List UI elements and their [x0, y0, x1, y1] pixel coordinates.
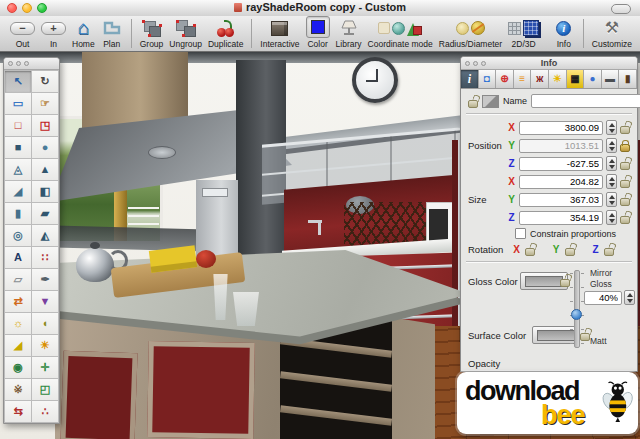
- tab-icon: ▮: [625, 74, 631, 84]
- size-y-input[interactable]: [519, 193, 603, 207]
- toolbar-button-coordinate-mode[interactable]: Coordinate mode: [365, 18, 436, 49]
- unlock-icon[interactable]: [565, 248, 575, 256]
- unlock-icon[interactable]: [620, 162, 630, 170]
- nodes-tool[interactable]: ∴: [32, 401, 58, 422]
- toolbar-button-zoom-in[interactable]: + In: [38, 18, 69, 49]
- info-tab[interactable]: i: [461, 70, 479, 88]
- unlock-icon[interactable]: [620, 180, 630, 188]
- unlock-icon[interactable]: [468, 100, 478, 108]
- size-group: Size X Y Z: [468, 174, 630, 225]
- position-z-input[interactable]: [519, 157, 603, 171]
- toolbar-button-2d-3d[interactable]: 2D/3D: [505, 18, 542, 49]
- flood-light-tool[interactable]: ◢: [5, 335, 31, 356]
- toolbar-button-interactive[interactable]: Interactive: [257, 18, 302, 49]
- rotate-tool[interactable]: ↻: [32, 71, 58, 92]
- toolbar-button-group[interactable]: Group: [137, 18, 167, 49]
- surface-tool[interactable]: ▱: [5, 269, 31, 290]
- select-tool[interactable]: ↖: [5, 71, 31, 92]
- lathe-tool[interactable]: ◭: [32, 225, 58, 246]
- toolbar-button-info[interactable]: i Info: [550, 18, 578, 49]
- divider: [466, 113, 632, 115]
- toolbar-button-home[interactable]: ⌂ Home: [69, 18, 98, 49]
- wedge-tool[interactable]: ◢: [5, 181, 31, 202]
- toolbar-button-color[interactable]: Color: [303, 16, 333, 49]
- globe-tool[interactable]: ◉: [5, 357, 31, 378]
- size-x-stepper[interactable]: [606, 174, 617, 189]
- lock-icon[interactable]: [620, 144, 630, 152]
- sun-light-tool[interactable]: ☀: [32, 335, 58, 356]
- oven-unit: [196, 180, 238, 258]
- size-y-stepper[interactable]: [606, 192, 617, 207]
- gloss-percent-input[interactable]: [584, 291, 622, 305]
- tool-icon: ※: [13, 384, 22, 395]
- tool-icon: ▮: [15, 208, 21, 219]
- bulb-light-tool[interactable]: ☼: [5, 313, 31, 334]
- toolbar-toggle-button[interactable]: [611, 4, 631, 14]
- size-x-input[interactable]: [519, 175, 603, 189]
- corner-room-tool[interactable]: ◳: [32, 115, 58, 136]
- crosshair-tab[interactable]: ⊕: [496, 70, 514, 88]
- sphere-tab[interactable]: ●: [584, 70, 602, 88]
- camcorder-tab[interactable]: ▬: [602, 70, 620, 88]
- door-tab[interactable]: ▮: [619, 70, 637, 88]
- object-color-swatch[interactable]: [482, 95, 499, 108]
- walk-tool[interactable]: ※: [5, 379, 31, 400]
- checkerboard-tab[interactable]: ▦: [567, 70, 585, 88]
- box-tool[interactable]: ■: [5, 137, 31, 158]
- gloss-slider-thumb[interactable]: [571, 309, 582, 320]
- eyedropper-tool[interactable]: ✒: [32, 269, 58, 290]
- position-x-input[interactable]: [519, 121, 603, 135]
- camera-tab[interactable]: ◘: [479, 70, 497, 88]
- position-z-stepper[interactable]: [606, 156, 617, 171]
- unlock-icon[interactable]: [525, 248, 535, 256]
- name-input[interactable]: [531, 94, 640, 108]
- constrain-checkbox[interactable]: [515, 228, 526, 239]
- tube-tool[interactable]: ▰: [32, 203, 58, 224]
- move-object-tool[interactable]: ⇄: [5, 291, 31, 312]
- unlock-icon[interactable]: [604, 248, 614, 256]
- toolbar-button-customize[interactable]: ⚒ Customize: [589, 18, 635, 49]
- marquee-tool[interactable]: ▭: [5, 93, 31, 114]
- zoom-extents-tool[interactable]: ◰: [32, 379, 58, 400]
- room-tool[interactable]: □: [5, 115, 31, 136]
- toolbar-button-plan[interactable]: Plan: [98, 18, 126, 49]
- info-panel-title-bar[interactable]: Info: [461, 57, 637, 70]
- link-tool[interactable]: ⇆: [5, 401, 31, 422]
- toolbar-button-ungroup[interactable]: Ungroup: [166, 18, 205, 49]
- gloss-stepper[interactable]: [624, 290, 635, 305]
- unlock-icon[interactable]: [620, 126, 630, 134]
- palette-minimize-button[interactable]: [16, 61, 21, 66]
- palette-title-bar[interactable]: [4, 58, 59, 70]
- toolbar-button-radius-diameter[interactable]: Radius/Diameter: [436, 18, 505, 49]
- cylinder-tool[interactable]: ▮: [5, 203, 31, 224]
- ceiling-light-tool[interactable]: ▼: [32, 291, 58, 312]
- sphere-tool[interactable]: ●: [32, 137, 58, 158]
- move-all-tool[interactable]: ✛: [32, 357, 58, 378]
- pan-hand-tool[interactable]: ☞: [32, 93, 58, 114]
- sun-tab[interactable]: ☀: [549, 70, 567, 88]
- size-z-input[interactable]: [519, 211, 603, 225]
- position-y-stepper[interactable]: [606, 138, 617, 153]
- unlock-icon[interactable]: [620, 198, 630, 206]
- cone-tool[interactable]: ◬: [5, 159, 31, 180]
- gloss-slider[interactable]: [574, 270, 580, 348]
- pyramid-tool[interactable]: ▲: [32, 159, 58, 180]
- toolbar-button-zoom-out[interactable]: − Out: [7, 18, 38, 49]
- person-tab[interactable]: ж: [531, 70, 549, 88]
- torus-tool[interactable]: ◎: [5, 225, 31, 246]
- sliders-tab[interactable]: ≡: [514, 70, 532, 88]
- path-tool[interactable]: ∷: [32, 247, 58, 268]
- toolbar-button-library[interactable]: Library: [333, 18, 365, 49]
- palette-close-button[interactable]: [8, 61, 13, 66]
- text-tool[interactable]: A: [5, 247, 31, 268]
- spot-light-tool[interactable]: ◖: [32, 313, 58, 334]
- position-y-input[interactable]: [519, 139, 603, 153]
- unlock-icon[interactable]: [580, 333, 590, 341]
- palette-zoom-button[interactable]: [24, 61, 29, 66]
- unlock-icon[interactable]: [560, 279, 570, 287]
- size-z-stepper[interactable]: [606, 210, 617, 225]
- toolbar-button-duplicate[interactable]: Duplicate: [205, 18, 246, 49]
- position-x-stepper[interactable]: [606, 120, 617, 135]
- unlock-icon[interactable]: [620, 216, 630, 224]
- prism-tool[interactable]: ◧: [32, 181, 58, 202]
